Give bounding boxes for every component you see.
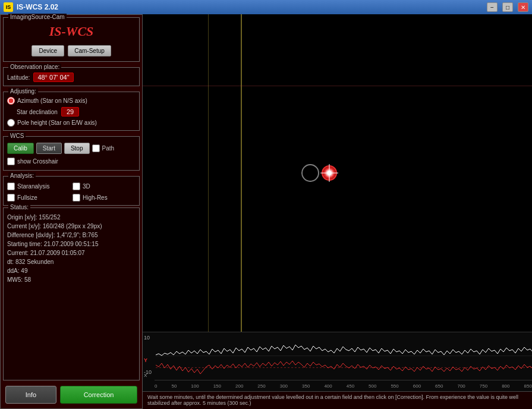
graph-y-max: 10 [144, 335, 150, 341]
staranalysis-checkbox[interactable] [7, 183, 15, 190]
adjusting-section: Adjusting: Azimuth (Star on N/S axis) St… [3, 92, 140, 131]
observation-label: Observation place: [8, 64, 61, 70]
status-section: Status: Origin [x/y]: 155/252 Current [x… [3, 207, 140, 380]
graph-area: 10 Y -10 X 0 50 100 150 200 250 [143, 332, 532, 391]
graph-white-line [156, 345, 532, 355]
info-button[interactable]: Info [5, 386, 56, 404]
declination-label: Star declination [17, 109, 58, 115]
status-current-time: Current: 21.07.2009 01:05:07 [7, 248, 136, 257]
vertical-guide-2 [241, 14, 242, 332]
info-bar: Wait some minutes, until the determined … [143, 391, 532, 409]
status-label: Status: [8, 204, 30, 210]
star-body [322, 165, 337, 181]
3d-checkbox[interactable] [73, 183, 80, 190]
status-text: Origin [x/y]: 155/252 Current [x/y]: 160… [7, 210, 136, 284]
adjusting-label: Adjusting: [8, 88, 38, 95]
app-title: IS-WCS [7, 20, 136, 43]
pole-height-radio[interactable] [7, 119, 15, 127]
status-current: Current [x/y]: 160/248 (29px x 29px) [7, 222, 136, 231]
path-checkbox[interactable] [92, 144, 100, 152]
minimize-button[interactable]: − [487, 2, 498, 12]
target-star [322, 165, 337, 181]
status-starting: Starting time: 21.07.2009 00:51:15 [7, 240, 136, 248]
correction-button[interactable]: Correction [60, 386, 137, 404]
fullsize-label: Fullsize [17, 194, 37, 201]
graph-red-line [156, 361, 532, 374]
latitude-value: 48° 07' 04" [33, 73, 73, 82]
bottom-buttons: Info Correction [3, 382, 140, 406]
3d-label: 3D [83, 183, 90, 190]
info-text: Wait some minutes, until the determined … [147, 394, 518, 406]
wcs-label: WCS [8, 133, 26, 139]
left-panel: ImagingSource-Cam IS-WCS Device Cam-Setu… [0, 14, 143, 409]
cam-setup-button[interactable]: Cam-Setup [68, 45, 111, 56]
vertical-guide-1 [208, 14, 209, 332]
title-bar: IS IS-WCS 2.02 − □ ✕ [0, 0, 532, 14]
graph-x-label: X [144, 373, 147, 378]
latitude-label: Latitude: [7, 74, 30, 81]
imaging-source-section: ImagingSource-Cam IS-WCS Device Cam-Setu… [3, 17, 140, 62]
wcs-section: WCS Calib Start Stop Path show Crosshair [3, 136, 140, 171]
window-title: IS-WCS 2.02 [17, 3, 482, 11]
status-difference: Difference [dx/dy]: 1,4"/2,9"; B:765 [7, 231, 136, 240]
graph-y-label: Y [144, 357, 147, 363]
azimuth-option: Azimuth (Star on N/S axis) [17, 97, 87, 104]
analysis-label: Analysis: [8, 172, 36, 179]
graph-svg [156, 332, 532, 391]
highres-label: High-Res [83, 194, 108, 201]
highres-checkbox[interactable] [73, 194, 80, 202]
status-dda: ddA: 49 [7, 266, 136, 275]
graph-x-ticks: 0 50 100 150 200 250 300 350 400 450 500… [155, 383, 532, 389]
declination-value: 29 [61, 107, 79, 117]
camera-view [143, 14, 532, 332]
imaging-source-label: ImagingSource-Cam [8, 14, 67, 20]
app-icon: IS [4, 2, 13, 12]
calib-button[interactable]: Calib [7, 143, 34, 154]
status-origin: Origin [x/y]: 155/252 [7, 213, 136, 222]
staranalysis-label: Staranalysis [17, 183, 49, 190]
maximize-button[interactable]: □ [502, 2, 513, 12]
show-crosshair-checkbox[interactable] [7, 158, 15, 165]
main-area: ImagingSource-Cam IS-WCS Device Cam-Setu… [0, 14, 532, 409]
device-button[interactable]: Device [32, 45, 64, 56]
stop-button[interactable]: Stop [64, 143, 90, 154]
show-crosshair-label: show Crosshair [17, 158, 58, 165]
status-dt: dt: 832 Sekunden [7, 257, 136, 266]
horizontal-guide [143, 86, 532, 86]
analysis-section: Analysis: Staranalysis 3D Fullsize High-… [3, 176, 140, 206]
close-button[interactable]: ✕ [518, 2, 528, 12]
path-label: Path [102, 145, 115, 152]
graph-x-axis [155, 380, 532, 380]
status-mws: MW5: 58 [7, 275, 136, 284]
start-button[interactable]: Start [36, 143, 62, 154]
azimuth-radio[interactable] [7, 97, 15, 105]
observation-section: Observation place: Latitude: 48° 07' 04" [3, 67, 140, 86]
fullsize-checkbox[interactable] [7, 194, 15, 202]
pole-height-option: Pole height (Star on E/W axis) [17, 119, 97, 126]
star-crosshair-vertical [329, 164, 330, 182]
target-circle [301, 164, 319, 182]
right-panel: 10 Y -10 X 0 50 100 150 200 250 [143, 14, 532, 409]
